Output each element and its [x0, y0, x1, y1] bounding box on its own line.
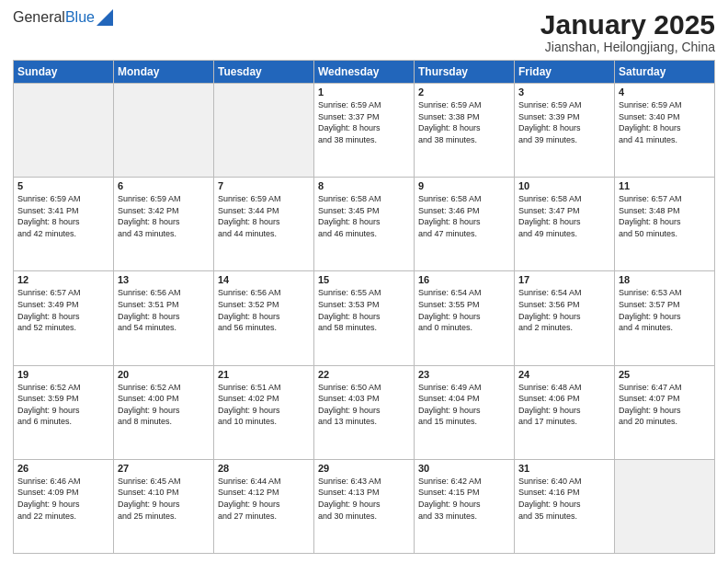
day-number: 16	[418, 274, 510, 285]
day-info: Sunrise: 6:58 AMSunset: 3:46 PMDaylight:…	[418, 193, 510, 239]
calendar-cell: 3Sunrise: 6:59 AMSunset: 3:39 PMDaylight…	[515, 84, 615, 178]
calendar-cell: 29Sunrise: 6:43 AMSunset: 4:13 PMDayligh…	[314, 459, 415, 553]
day-info: Sunrise: 6:56 AMSunset: 3:52 PMDaylight:…	[218, 287, 310, 333]
day-info: Sunrise: 6:57 AMSunset: 3:49 PMDaylight:…	[17, 287, 109, 333]
day-number: 4	[619, 86, 711, 98]
page: GeneralBlue January 2025 Jianshan, Heilo…	[0, 0, 728, 563]
calendar-cell: 28Sunrise: 6:44 AMSunset: 4:12 PMDayligh…	[214, 459, 314, 553]
day-number: 12	[17, 274, 109, 285]
calendar-cell: 13Sunrise: 6:56 AMSunset: 3:51 PMDayligh…	[114, 271, 214, 365]
day-info: Sunrise: 6:52 AMSunset: 4:00 PMDaylight:…	[118, 382, 210, 428]
day-info: Sunrise: 6:44 AMSunset: 4:12 PMDaylight:…	[218, 476, 310, 522]
calendar-cell: 22Sunrise: 6:50 AMSunset: 4:03 PMDayligh…	[314, 365, 415, 459]
day-number: 15	[318, 274, 410, 285]
day-info: Sunrise: 6:59 AMSunset: 3:37 PMDaylight:…	[318, 99, 410, 145]
calendar-cell: 2Sunrise: 6:59 AMSunset: 3:38 PMDaylight…	[415, 84, 515, 178]
calendar-cell: 30Sunrise: 6:42 AMSunset: 4:15 PMDayligh…	[415, 459, 515, 553]
calendar-cell: 4Sunrise: 6:59 AMSunset: 3:40 PMDaylight…	[615, 84, 715, 178]
day-number: 1	[318, 86, 410, 98]
day-info: Sunrise: 6:49 AMSunset: 4:04 PMDaylight:…	[418, 382, 510, 428]
day-number: 30	[418, 463, 510, 474]
calendar-cell: 31Sunrise: 6:40 AMSunset: 4:16 PMDayligh…	[515, 459, 615, 553]
day-info: Sunrise: 6:54 AMSunset: 3:56 PMDaylight:…	[518, 287, 610, 333]
header: GeneralBlue January 2025 Jianshan, Heilo…	[13, 9, 715, 54]
calendar-cell: 11Sunrise: 6:57 AMSunset: 3:48 PMDayligh…	[615, 178, 715, 271]
logo-triangle-icon	[97, 9, 113, 26]
day-info: Sunrise: 6:43 AMSunset: 4:13 PMDaylight:…	[318, 476, 410, 522]
day-number: 22	[318, 369, 410, 380]
day-info: Sunrise: 6:58 AMSunset: 3:47 PMDaylight:…	[518, 193, 610, 239]
day-info: Sunrise: 6:54 AMSunset: 3:55 PMDaylight:…	[418, 287, 510, 333]
calendar-week-row-1: 5Sunrise: 6:59 AMSunset: 3:41 PMDaylight…	[14, 178, 715, 271]
calendar-cell: 12Sunrise: 6:57 AMSunset: 3:49 PMDayligh…	[14, 271, 114, 365]
page-subtitle: Jianshan, Heilongjiang, China	[540, 40, 715, 54]
day-number: 13	[118, 274, 210, 285]
day-info: Sunrise: 6:53 AMSunset: 3:57 PMDaylight:…	[619, 287, 711, 333]
logo-general-text: General	[13, 9, 65, 26]
header-friday: Friday	[515, 61, 615, 84]
day-info: Sunrise: 6:46 AMSunset: 4:09 PMDaylight:…	[17, 476, 109, 522]
calendar-cell: 1Sunrise: 6:59 AMSunset: 3:37 PMDaylight…	[314, 84, 415, 178]
calendar-week-row-4: 26Sunrise: 6:46 AMSunset: 4:09 PMDayligh…	[14, 459, 715, 553]
calendar-cell: 26Sunrise: 6:46 AMSunset: 4:09 PMDayligh…	[14, 459, 114, 553]
day-number: 23	[418, 369, 510, 380]
header-wednesday: Wednesday	[314, 61, 415, 84]
day-info: Sunrise: 6:59 AMSunset: 3:41 PMDaylight:…	[17, 193, 109, 239]
day-info: Sunrise: 6:51 AMSunset: 4:02 PMDaylight:…	[218, 382, 310, 428]
day-info: Sunrise: 6:40 AMSunset: 4:16 PMDaylight:…	[518, 476, 610, 522]
day-number: 6	[118, 180, 210, 191]
calendar-cell: 15Sunrise: 6:55 AMSunset: 3:53 PMDayligh…	[314, 271, 415, 365]
header-monday: Monday	[114, 61, 214, 84]
day-number: 7	[218, 180, 310, 191]
header-saturday: Saturday	[615, 61, 715, 84]
calendar-cell: 14Sunrise: 6:56 AMSunset: 3:52 PMDayligh…	[214, 271, 314, 365]
day-info: Sunrise: 6:56 AMSunset: 3:51 PMDaylight:…	[118, 287, 210, 333]
calendar-cell: 25Sunrise: 6:47 AMSunset: 4:07 PMDayligh…	[615, 365, 715, 459]
day-number: 20	[118, 369, 210, 380]
day-number: 31	[518, 463, 610, 474]
header-sunday: Sunday	[14, 61, 114, 84]
day-number: 25	[619, 369, 711, 380]
calendar-cell: 18Sunrise: 6:53 AMSunset: 3:57 PMDayligh…	[615, 271, 715, 365]
calendar-table: Sunday Monday Tuesday Wednesday Thursday…	[13, 60, 715, 554]
calendar-cell	[615, 459, 715, 553]
svg-marker-0	[97, 9, 113, 26]
logo: GeneralBlue	[13, 9, 113, 26]
calendar-cell: 9Sunrise: 6:58 AMSunset: 3:46 PMDaylight…	[415, 178, 515, 271]
calendar-cell: 21Sunrise: 6:51 AMSunset: 4:02 PMDayligh…	[214, 365, 314, 459]
calendar-cell: 10Sunrise: 6:58 AMSunset: 3:47 PMDayligh…	[515, 178, 615, 271]
calendar-cell: 5Sunrise: 6:59 AMSunset: 3:41 PMDaylight…	[14, 178, 114, 271]
calendar-cell: 6Sunrise: 6:59 AMSunset: 3:42 PMDaylight…	[114, 178, 214, 271]
day-number: 9	[418, 180, 510, 191]
calendar-week-row-2: 12Sunrise: 6:57 AMSunset: 3:49 PMDayligh…	[14, 271, 715, 365]
day-number: 3	[518, 86, 610, 98]
day-number: 29	[318, 463, 410, 474]
day-info: Sunrise: 6:45 AMSunset: 4:10 PMDaylight:…	[118, 476, 210, 522]
day-number: 8	[318, 180, 410, 191]
calendar-cell	[14, 84, 114, 178]
calendar-week-row-3: 19Sunrise: 6:52 AMSunset: 3:59 PMDayligh…	[14, 365, 715, 459]
day-info: Sunrise: 6:59 AMSunset: 3:39 PMDaylight:…	[518, 99, 610, 145]
page-title: January 2025	[540, 9, 715, 40]
day-number: 27	[118, 463, 210, 474]
calendar-cell: 16Sunrise: 6:54 AMSunset: 3:55 PMDayligh…	[415, 271, 515, 365]
day-number: 21	[218, 369, 310, 380]
calendar-cell	[214, 84, 314, 178]
calendar-cell: 17Sunrise: 6:54 AMSunset: 3:56 PMDayligh…	[515, 271, 615, 365]
calendar-cell: 23Sunrise: 6:49 AMSunset: 4:04 PMDayligh…	[415, 365, 515, 459]
day-info: Sunrise: 6:59 AMSunset: 3:42 PMDaylight:…	[118, 193, 210, 239]
day-number: 10	[518, 180, 610, 191]
calendar-week-row-0: 1Sunrise: 6:59 AMSunset: 3:37 PMDaylight…	[14, 84, 715, 178]
day-info: Sunrise: 6:50 AMSunset: 4:03 PMDaylight:…	[318, 382, 410, 428]
day-number: 26	[17, 463, 109, 474]
day-number: 14	[218, 274, 310, 285]
day-number: 5	[17, 180, 109, 191]
day-info: Sunrise: 6:42 AMSunset: 4:15 PMDaylight:…	[418, 476, 510, 522]
day-info: Sunrise: 6:57 AMSunset: 3:48 PMDaylight:…	[619, 193, 711, 239]
calendar-header-row: Sunday Monday Tuesday Wednesday Thursday…	[14, 61, 715, 84]
day-number: 2	[418, 86, 510, 98]
day-info: Sunrise: 6:52 AMSunset: 3:59 PMDaylight:…	[17, 382, 109, 428]
day-info: Sunrise: 6:59 AMSunset: 3:40 PMDaylight:…	[619, 99, 711, 145]
day-info: Sunrise: 6:59 AMSunset: 3:44 PMDaylight:…	[218, 193, 310, 239]
day-info: Sunrise: 6:59 AMSunset: 3:38 PMDaylight:…	[418, 99, 510, 145]
